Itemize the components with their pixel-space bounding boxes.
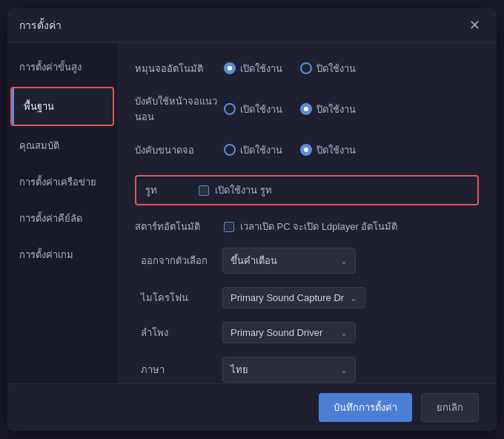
dialog-footer: บันทึกการตั้งค่า ยกเลิก [7,383,497,431]
sidebar-item-advanced[interactable]: การตั้งค่าขั้นสูง [7,49,117,85]
lock-toolbar-label: บังคับใช้หน้าจอแนวนอน [135,93,224,125]
auto-rotate-options: เปิดใช้งาน ปิดใช้งาน [224,61,356,76]
dialog-title: การตั้งค่า [19,17,62,33]
speaker-value: Primary Sound Driver [231,327,334,338]
lock-toolbar-row: บังคับใช้หน้าจอแนวนอน เปิดใช้งาน ปิดใช้ง… [135,93,479,125]
language-value: ไทย [231,362,334,377]
lock-resolution-off-radio[interactable] [300,144,312,156]
lock-toolbar-on[interactable]: เปิดใช้งาน [224,102,282,117]
language-label: ภาษา [141,362,222,377]
cancel-button[interactable]: ยกเลิก [421,393,479,422]
language-dropdown[interactable]: ไทย ⌄ [222,357,356,383]
sidebar-item-network[interactable]: การตั้งค่าเครือข่าย [7,164,117,200]
microphone-value: Primary Sound Capture Dr [231,292,344,303]
lock-resolution-row: บังคับขนาดจอ เปิดใช้งาน ปิดใช้งาน [135,138,479,162]
auto-rotate-on-radio[interactable] [224,62,236,74]
exit-option-value: ขึ้นคำเตือน [231,253,334,268]
microphone-row: ไมโครโฟน Primary Sound Capture Dr ⌄ [135,287,479,308]
speaker-dropdown[interactable]: Primary Sound Driver ⌄ [222,322,356,343]
root-row: รูท เปิดใช้งาน รูท [135,175,479,205]
exit-option-dropdown[interactable]: ขึ้นคำเตือน ⌄ [222,248,356,274]
microphone-dropdown[interactable]: Primary Sound Capture Dr ⌄ [222,287,365,308]
root-label: รูท [145,182,190,198]
auto-start-row: สตาร์ทอัตโนมัติ เวลาเปิด PC จะเปิด Ldpla… [135,219,479,234]
settings-dialog: การตั้งค่า ✕ การตั้งค่าขั้นสูง พื้นฐาน ค… [7,8,497,431]
title-bar: การตั้งค่า ✕ [7,8,497,43]
lock-resolution-on[interactable]: เปิดใช้งาน [224,142,282,158]
microphone-chevron-icon: ⌄ [350,293,357,303]
lock-resolution-options: เปิดใช้งาน ปิดใช้งาน [224,142,356,158]
dialog-content: การตั้งค่าขั้นสูง พื้นฐาน คุณสมบัติ การต… [7,43,497,383]
auto-rotate-label: หมุนจออัตโนมัติ [135,61,224,76]
language-row: ภาษา ไทย ⌄ [135,357,479,383]
sidebar-item-basic[interactable]: พื้นฐาน [10,87,114,126]
lock-resolution-on-radio[interactable] [224,144,236,156]
main-content: หมุนจออัตโนมัติ เปิดใช้งาน ปิดใช้งาน บัง… [117,43,497,383]
speaker-row: ลำโพง Primary Sound Driver ⌄ [135,322,479,343]
lock-resolution-label: บังคับขนาดจอ [135,142,224,158]
language-chevron-icon: ⌄ [340,365,348,375]
speaker-label: ลำโพง [141,325,222,340]
root-checkbox-wrap[interactable]: เปิดใช้งาน รูท [199,182,272,198]
speaker-chevron-icon: ⌄ [340,328,348,338]
microphone-label: ไมโครโฟน [141,290,222,306]
auto-rotate-off[interactable]: ปิดใช้งาน [300,61,356,76]
auto-rotate-row: หมุนจออัตโนมัติ เปิดใช้งาน ปิดใช้งาน [135,56,479,80]
sidebar-item-shortcuts[interactable]: การตั้งค่าคีย์ลัด [7,200,117,237]
sidebar-item-game[interactable]: การตั้งค่าเกม [7,237,117,273]
save-button[interactable]: บันทึกการตั้งค่า [319,393,412,422]
root-checkbox[interactable] [199,185,209,196]
lock-resolution-off[interactable]: ปิดใช้งาน [300,142,356,158]
auto-start-checkbox-wrap[interactable]: เวลาเปิด PC จะเปิด Ldplayer อัตโนมัติ [224,219,397,234]
lock-toolbar-off[interactable]: ปิดใช้งาน [300,102,356,117]
lock-toolbar-options: เปิดใช้งาน ปิดใช้งาน [224,102,356,117]
exit-option-chevron-icon: ⌄ [340,256,348,266]
sidebar-item-performance[interactable]: คุณสมบัติ [7,128,117,164]
auto-start-label: สตาร์ทอัตโนมัติ [135,219,224,234]
auto-rotate-on[interactable]: เปิดใช้งาน [224,61,282,76]
exit-option-row: ออกจากตัวเลือก ขึ้นคำเตือน ⌄ [135,248,479,274]
lock-toolbar-off-radio[interactable] [300,103,312,115]
close-button[interactable]: ✕ [465,17,485,33]
exit-option-label: ออกจากตัวเลือก [141,253,222,268]
auto-start-checkbox[interactable] [224,222,234,232]
auto-rotate-off-radio[interactable] [300,62,312,74]
lock-toolbar-on-radio[interactable] [224,103,236,115]
sidebar: การตั้งค่าขั้นสูง พื้นฐาน คุณสมบัติ การต… [7,43,117,383]
